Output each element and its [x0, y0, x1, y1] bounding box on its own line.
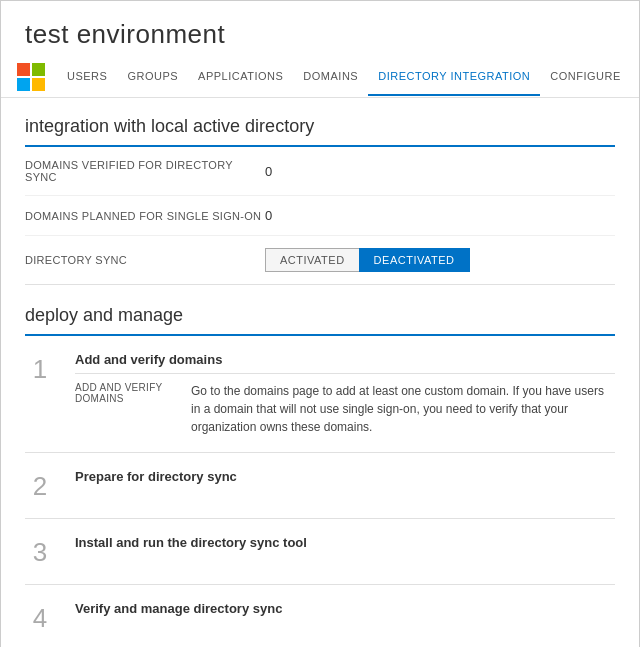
- nav-item-directory-integration[interactable]: DIRECTORY INTEGRATION: [368, 58, 540, 96]
- nav-item-users[interactable]: USERS: [57, 58, 117, 96]
- nav-bar: USERS GROUPS APPLICATIONS DOMAINS DIRECT…: [1, 56, 639, 98]
- step-3-number: 3: [25, 537, 55, 568]
- domains-planned-value: 0: [265, 208, 272, 223]
- page-header: test environment: [1, 1, 639, 56]
- domains-planned-label: DOMAINS PLANNED FOR SINGLE SIGN-ON: [25, 210, 265, 222]
- step-1-sub: ADD AND VERIFY DOMAINS Go to the domains…: [75, 373, 615, 436]
- page-title: test environment: [25, 19, 615, 50]
- step-1: 1 Add and verify domains ADD AND VERIFY …: [25, 336, 615, 453]
- svg-rect-0: [17, 63, 30, 76]
- domains-verified-label: DOMAINS VERIFIED FOR DIRECTORY SYNC: [25, 159, 265, 183]
- step-4-number: 4: [25, 603, 55, 634]
- step-2-number: 2: [25, 471, 55, 502]
- step-4-content: Verify and manage directory sync: [75, 601, 615, 622]
- nav-item-configure[interactable]: CONFIGURE: [540, 58, 631, 96]
- app-logo: [17, 61, 45, 93]
- deploy-section: deploy and manage 1 Add and verify domai…: [25, 285, 615, 647]
- step-4-title: Verify and manage directory sync: [75, 601, 615, 616]
- nav-item-applications[interactable]: APPLICATIONS: [188, 58, 293, 96]
- deactivated-button[interactable]: DEACTIVATED: [359, 248, 470, 272]
- activated-button[interactable]: ACTIVATED: [265, 248, 359, 272]
- step-2-title: Prepare for directory sync: [75, 469, 615, 484]
- integration-section-title: integration with local active directory: [25, 98, 615, 147]
- svg-rect-2: [17, 78, 30, 91]
- domains-planned-row: DOMAINS PLANNED FOR SINGLE SIGN-ON 0: [25, 196, 615, 236]
- step-list: 1 Add and verify domains ADD AND VERIFY …: [25, 336, 615, 647]
- step-1-number: 1: [25, 354, 55, 385]
- nav-item-groups[interactable]: GROUPS: [117, 58, 188, 96]
- domains-verified-row: DOMAINS VERIFIED FOR DIRECTORY SYNC 0: [25, 147, 615, 196]
- domains-verified-value: 0: [265, 164, 272, 179]
- svg-rect-3: [32, 78, 45, 91]
- step-1-sub-text: Go to the domains page to add at least o…: [191, 382, 615, 436]
- svg-rect-1: [32, 63, 45, 76]
- directory-sync-row: DIRECTORY SYNC ACTIVATED DEACTIVATED: [25, 236, 615, 284]
- deploy-section-title: deploy and manage: [25, 285, 615, 336]
- step-1-title: Add and verify domains: [75, 352, 615, 367]
- step-4: 4 Verify and manage directory sync: [25, 585, 615, 647]
- directory-sync-toggle: ACTIVATED DEACTIVATED: [265, 248, 470, 272]
- step-3-title: Install and run the directory sync tool: [75, 535, 615, 550]
- integration-table: DOMAINS VERIFIED FOR DIRECTORY SYNC 0 DO…: [25, 147, 615, 285]
- step-2-content: Prepare for directory sync: [75, 469, 615, 490]
- step-1-content: Add and verify domains ADD AND VERIFY DO…: [75, 352, 615, 436]
- directory-sync-label: DIRECTORY SYNC: [25, 254, 265, 266]
- step-1-sub-label: ADD AND VERIFY DOMAINS: [75, 382, 175, 436]
- nav-item-domains[interactable]: DOMAINS: [293, 58, 368, 96]
- step-3: 3 Install and run the directory sync too…: [25, 519, 615, 585]
- step-2: 2 Prepare for directory sync: [25, 453, 615, 519]
- step-3-content: Install and run the directory sync tool: [75, 535, 615, 556]
